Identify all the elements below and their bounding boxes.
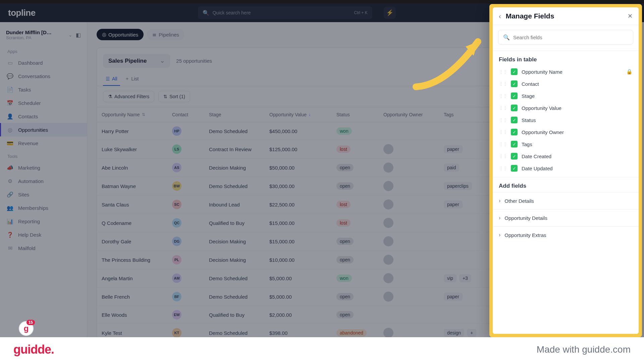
nav-label: Scheduler xyxy=(18,100,41,106)
tag: paper xyxy=(444,200,463,208)
cell-name: Luke Skywalker xyxy=(97,142,167,156)
sidebar-collapse-icon[interactable]: ◧ xyxy=(76,32,81,38)
cell-name: Elle Woods xyxy=(97,308,167,322)
sidebar-item-sites[interactable]: 🔗Sites xyxy=(0,188,87,201)
cell-status: open xyxy=(332,234,379,249)
field-row[interactable]: ⋮⋮ ✓ Opportunity Value xyxy=(493,102,639,114)
checkbox-checked-icon[interactable]: ✓ xyxy=(511,68,518,75)
cell-status: won xyxy=(332,123,379,139)
drag-handle-icon[interactable]: ⋮⋮ xyxy=(499,154,507,159)
nav-icon: 🔗 xyxy=(7,191,13,198)
cell-contact: EW xyxy=(167,306,204,323)
sidebar-item-opportunities[interactable]: ◎Opportunities xyxy=(0,123,87,136)
sidebar-item-conversations[interactable]: 💬Conversations xyxy=(0,69,87,83)
sidebar-item-dashboard[interactable]: ▭Dashboard xyxy=(0,56,87,69)
tab-pipelines[interactable]: ≣Pipelines xyxy=(147,29,184,40)
th-stage[interactable]: Stage xyxy=(204,107,265,122)
th-value[interactable]: Opportunity Value↓ xyxy=(265,107,332,122)
th-name[interactable]: Opportunity Name⇅ xyxy=(97,107,167,122)
sidebar-item-help-desk[interactable]: ❓Help Desk xyxy=(0,228,87,241)
cell-owner xyxy=(379,195,439,214)
add-group-row[interactable]: ›Opportunity Details xyxy=(493,209,639,226)
checkbox-checked-icon[interactable]: ✓ xyxy=(511,153,518,160)
checkbox-checked-icon[interactable]: ✓ xyxy=(511,165,518,172)
fields-search-input[interactable] xyxy=(513,35,628,40)
contact-avatar: DG xyxy=(172,237,181,246)
filter-icon: ⚗ xyxy=(108,94,112,99)
cell-owner xyxy=(379,311,439,319)
cell-value: $15,000.00 xyxy=(265,216,332,230)
checkbox-checked-icon[interactable]: ✓ xyxy=(511,117,518,123)
global-search[interactable]: 🔍 Quick search here Ctrl + K xyxy=(198,6,372,19)
field-row[interactable]: ⋮⋮ ✓ Opportunity Name 🔒 xyxy=(493,66,639,78)
cell-status: open xyxy=(332,307,379,322)
sidebar: Dunder Mifflin [D… Scranton, PA ⌄ ◧ Apps… xyxy=(0,22,87,362)
status-badge: lost xyxy=(336,219,351,227)
plus-icon: ＋ xyxy=(125,76,129,82)
drag-handle-icon[interactable]: ⋮⋮ xyxy=(499,141,507,147)
drag-handle-icon[interactable]: ⋮⋮ xyxy=(499,93,507,99)
org-switcher[interactable]: Dunder Mifflin [D… Scranton, PA ⌄ ◧ xyxy=(0,27,87,45)
sidebar-item-reporting[interactable]: 📊Reporting xyxy=(0,215,87,228)
sidebar-item-tasks[interactable]: 📄Tasks xyxy=(0,83,87,96)
nav-label: Automation xyxy=(18,178,44,184)
nav-label: Mailfold xyxy=(18,245,36,251)
add-group-row[interactable]: ›Opportunity Extras xyxy=(493,226,639,243)
owner-avatar xyxy=(383,236,393,246)
panel-title: Manage Fields xyxy=(506,12,623,20)
sidebar-item-automation[interactable]: ⚙Automation xyxy=(0,174,87,188)
field-row[interactable]: ⋮⋮ ✓ Stage xyxy=(493,90,639,102)
cell-tags xyxy=(439,219,479,227)
guidde-logo: guidde. xyxy=(13,343,54,357)
drag-handle-icon[interactable]: ⋮⋮ xyxy=(499,105,507,111)
checkbox-checked-icon[interactable]: ✓ xyxy=(511,80,518,87)
cell-name: Abe Lincoln xyxy=(97,161,167,175)
drag-handle-icon[interactable]: ⋮⋮ xyxy=(499,69,507,74)
drag-handle-icon[interactable]: ⋮⋮ xyxy=(499,129,507,135)
field-row[interactable]: ⋮⋮ ✓ Date Updated xyxy=(493,162,639,174)
checkbox-checked-icon[interactable]: ✓ xyxy=(511,93,518,99)
sidebar-item-revenue[interactable]: 💳Revenue xyxy=(0,136,87,150)
checkbox-checked-icon[interactable]: ✓ xyxy=(511,141,518,147)
th-tags[interactable]: Tags xyxy=(439,107,479,122)
field-row[interactable]: ⋮⋮ ✓ Tags xyxy=(493,138,639,150)
drag-handle-icon[interactable]: ⋮⋮ xyxy=(499,117,507,123)
sidebar-item-contacts[interactable]: 👤Contacts xyxy=(0,110,87,123)
field-row[interactable]: ⋮⋮ ✓ Opportunity Owner xyxy=(493,126,639,138)
nav-icon: 👥 xyxy=(7,204,13,211)
sidebar-item-memberships[interactable]: 👥Memberships xyxy=(0,201,87,215)
cell-status: open xyxy=(332,289,379,304)
status-badge: lost xyxy=(336,145,351,153)
bolt-button[interactable]: ⚡ xyxy=(384,7,396,19)
sidebar-item-scheduler[interactable]: 📅Scheduler xyxy=(0,96,87,110)
view-tab-add-list[interactable]: ＋List xyxy=(122,72,142,86)
sidebar-item-mailfold[interactable]: ✉Mailfold xyxy=(0,241,87,255)
chevron-right-icon: › xyxy=(499,215,500,221)
drag-handle-icon[interactable]: ⋮⋮ xyxy=(499,81,507,86)
th-owner[interactable]: Opportunity Owner xyxy=(379,107,439,122)
fields-search[interactable]: 🔍 xyxy=(498,30,633,45)
drag-handle-icon[interactable]: ⋮⋮ xyxy=(499,166,507,171)
back-icon[interactable]: ‹ xyxy=(499,12,501,20)
pipeline-select[interactable]: Sales Pipeline ⌄ xyxy=(103,54,170,68)
view-tab-all[interactable]: ☰All xyxy=(103,72,120,86)
cell-owner xyxy=(379,288,439,306)
add-group-row[interactable]: ›Other Details xyxy=(493,192,639,209)
guidde-badge[interactable]: g 15 xyxy=(19,321,34,336)
checkbox-checked-icon[interactable]: ✓ xyxy=(511,129,518,135)
field-row[interactable]: ⋮⋮ ✓ Status xyxy=(493,114,639,126)
sidebar-item-marketing[interactable]: 📣Marketing xyxy=(0,161,87,174)
status-badge: won xyxy=(336,127,352,135)
close-icon[interactable]: ✕ xyxy=(628,12,633,20)
advanced-filters-button[interactable]: ⚗Advanced Filters xyxy=(103,91,154,102)
sort-button[interactable]: ⇅Sort (1) xyxy=(158,91,190,102)
th-status[interactable]: Status xyxy=(332,107,379,122)
checkbox-checked-icon[interactable]: ✓ xyxy=(511,105,518,111)
cell-owner xyxy=(379,251,439,269)
th-contact[interactable]: Contact xyxy=(167,107,204,122)
cell-value: $125,000.00 xyxy=(265,142,332,156)
tab-opportunities[interactable]: ◎Opportunities xyxy=(97,29,144,40)
field-row[interactable]: ⋮⋮ ✓ Contact xyxy=(493,78,639,90)
cell-stage: Decision Making xyxy=(204,161,265,175)
field-row[interactable]: ⋮⋮ ✓ Date Created xyxy=(493,150,639,162)
